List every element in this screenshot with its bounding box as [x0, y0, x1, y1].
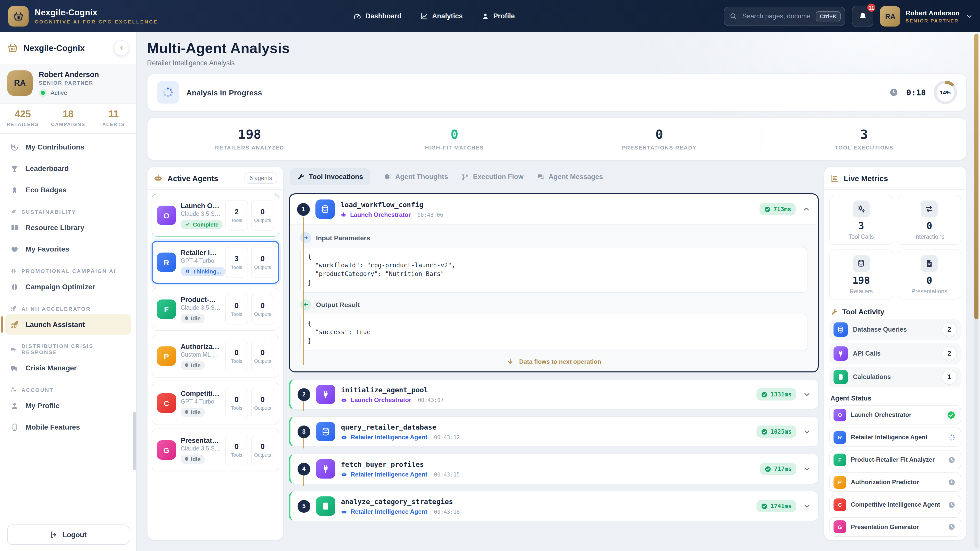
- duration-badge: 717ms: [760, 463, 796, 475]
- input-json: { "workflowId": "cpg-product-launch-v2",…: [300, 247, 808, 293]
- tab-tool-invocations[interactable]: Tool Invocations: [290, 168, 370, 185]
- agent-card-product-retailer-fit[interactable]: F Product-Retailer Fit Analyzer Claude 3…: [151, 288, 279, 330]
- sidebar-item-leaderboard[interactable]: Leaderboard: [5, 158, 131, 179]
- user-name: Robert Anderson: [39, 70, 99, 79]
- invocation-1-detail: Input Parameters { "workflowId": "cpg-pr…: [290, 224, 818, 372]
- agent-avatar: O: [834, 408, 846, 421]
- nav-dashboard[interactable]: Dashboard: [353, 12, 401, 20]
- agent-avatar: G: [834, 521, 846, 534]
- chevron-down-icon[interactable]: [803, 390, 811, 399]
- agent-card-launch-orchestrator[interactable]: O Launch Orchestrator Claude 3.5 Sonnet …: [151, 194, 279, 237]
- check-circle-icon: [765, 465, 772, 472]
- metric-interactions: 0 Interactions: [897, 195, 961, 245]
- search-input[interactable]: [741, 12, 811, 21]
- invocation-3-header[interactable]: 3 query_retailer_database Retailer Intel…: [290, 417, 818, 446]
- invocation-2-header[interactable]: 2 initialize_agent_pool Launch Orchestra…: [290, 380, 818, 409]
- page-scrollbar-thumb[interactable]: [974, 34, 978, 319]
- sidebar-item-campaign-optimizer[interactable]: Campaign Optimizer: [5, 276, 131, 297]
- sidebar-brand: Nexgile-Cognix: [24, 43, 85, 53]
- status-product-retailer-fit-analyzer: F Product-Retailer Fit Analyzer: [829, 450, 961, 469]
- chevron-down-icon[interactable]: [803, 427, 811, 436]
- search-box[interactable]: Ctrl+K: [724, 6, 845, 26]
- database-icon: [853, 255, 870, 272]
- calculator-icon: [834, 370, 848, 384]
- nav-analytics[interactable]: Analytics: [420, 12, 463, 20]
- tools-count: 0Tools: [225, 294, 248, 324]
- output-json: { "success": true }: [300, 314, 808, 351]
- sidebar-item-eco-badges[interactable]: Eco Badges: [5, 179, 131, 200]
- tab-agent-thoughts[interactable]: Agent Thoughts: [383, 173, 448, 180]
- robot-icon: [154, 173, 163, 183]
- tool-activity-title: Tool Activity: [842, 308, 884, 316]
- status-badge: Idle: [181, 360, 205, 370]
- status-launch-orchestrator: O Launch Orchestrator: [829, 405, 961, 425]
- notifications-button[interactable]: 11: [852, 5, 873, 27]
- topbar: Nexgile-Cognix COGNITIVE AI FOR CPG EXCE…: [0, 0, 980, 32]
- database-icon: [316, 422, 335, 441]
- gauge-icon: [353, 12, 361, 20]
- avatar: RA: [880, 6, 900, 26]
- page-scrollbar[interactable]: [974, 34, 978, 548]
- invocation-5-header[interactable]: 5 analyze_category_strategies Retailer I…: [290, 491, 818, 521]
- sidebar-item-my-favorites[interactable]: My Favorites: [5, 239, 131, 259]
- nav-profile[interactable]: Profile: [481, 12, 515, 20]
- invocation-3: 3 query_retailer_database Retailer Intel…: [289, 416, 819, 447]
- sidebar-item-mobile-features[interactable]: Mobile Features: [5, 417, 131, 437]
- app: Nexgile-Cognix COGNITIVE AI FOR CPG EXCE…: [0, 0, 980, 551]
- heart-icon: [10, 245, 19, 253]
- invocations-column: Tool Invocations Agent Thoughts Executio…: [289, 166, 819, 540]
- clock-icon: [948, 523, 956, 531]
- outputs-count: 0Outputs: [251, 294, 274, 324]
- step-number: 5: [298, 500, 310, 513]
- agent-status-title: Agent Status: [824, 391, 966, 405]
- user-menu[interactable]: RA Robert Anderson SENIOR PARTNER: [880, 6, 973, 26]
- tab-agent-messages[interactable]: Agent Messages: [537, 173, 603, 180]
- clock-icon: [948, 456, 956, 464]
- stat-presentations-ready: 0 PRESENTATIONS READY: [557, 127, 762, 151]
- truck-icon: [10, 364, 19, 372]
- user-status: Active: [39, 89, 99, 97]
- progress-percent: 14%: [936, 83, 954, 101]
- section-distribution-crisis-response: DISTRIBUTION CRISIS RESPONSE: [5, 343, 131, 355]
- status-badge: Thinking...: [181, 267, 225, 276]
- sidebar-item-crisis-manager[interactable]: Crisis Manager: [5, 358, 131, 378]
- invocation-1-header[interactable]: 1 load_workflow_config Launch Orchestrat…: [290, 194, 818, 224]
- chevron-up-icon[interactable]: [802, 205, 811, 213]
- sidebar-stats: 425 RETAILERS 18 CAMPAIGNS 11 ALERTS: [0, 103, 136, 134]
- chevron-down-icon[interactable]: [803, 502, 811, 510]
- database-icon: [834, 322, 848, 337]
- agent-card-retailer-intelligence[interactable]: R Retailer Intelligence Agent GPT-4 Turb…: [151, 241, 279, 284]
- outputs-count: 0Outputs: [251, 341, 274, 372]
- wrench-icon: [297, 173, 305, 180]
- sidebar-scrollbar-thumb[interactable]: [133, 412, 136, 470]
- check-circle-icon: [947, 410, 956, 419]
- sidebar-item-my-profile[interactable]: My Profile: [5, 395, 131, 416]
- sidebar-item-launch-assistant[interactable]: Launch Assistant: [5, 314, 131, 335]
- clock-icon: [948, 478, 956, 486]
- logout-button[interactable]: Logout: [7, 524, 129, 545]
- agents-count-badge: 6 agents: [245, 172, 277, 184]
- plug-icon: [316, 385, 335, 404]
- agent-avatar: R: [157, 252, 176, 272]
- tab-execution-flow[interactable]: Execution Flow: [461, 173, 524, 180]
- agent-card-presentation-generator[interactable]: G Presentation Generator Claude 3.5 Sonn…: [151, 429, 279, 472]
- stat-campaigns: 18 CAMPAIGNS: [45, 109, 91, 127]
- stat-alerts: 11 ALERTS: [91, 109, 136, 127]
- analysis-progress-card: Analysis in Progress 0:18 14%: [147, 73, 967, 111]
- chevron-down-icon[interactable]: [966, 13, 973, 20]
- brand: Nexgile-Cognix COGNITIVE AI FOR CPG EXCE…: [8, 6, 158, 26]
- sidebar-item-my-contributions[interactable]: My Contributions: [5, 137, 131, 157]
- user-role: SENIOR PARTNER: [39, 80, 99, 86]
- elapsed-time: 0:18: [906, 87, 926, 97]
- chevron-down-icon[interactable]: [803, 465, 811, 473]
- brand-logo: [8, 6, 29, 26]
- invocation-4-header[interactable]: 4 fetch_buyer_profiles Retailer Intellig…: [290, 454, 818, 484]
- tools-count: 3Tools: [225, 247, 248, 278]
- agent-card-authorization-predictor[interactable]: P Authorization Predictor Custom ML + GP…: [151, 335, 279, 378]
- active-agents-panel: Active Agents 6 agents O Launch Orchestr…: [147, 166, 284, 540]
- sidebar-collapse-button[interactable]: [114, 40, 129, 56]
- agent-card-competitive-intelligence[interactable]: C Competitive Intelligence Agent GPT-4 T…: [151, 382, 279, 424]
- calculator-icon: [316, 496, 335, 516]
- check-icon: [185, 221, 190, 227]
- sidebar-item-resource-library[interactable]: Resource Library: [5, 218, 131, 238]
